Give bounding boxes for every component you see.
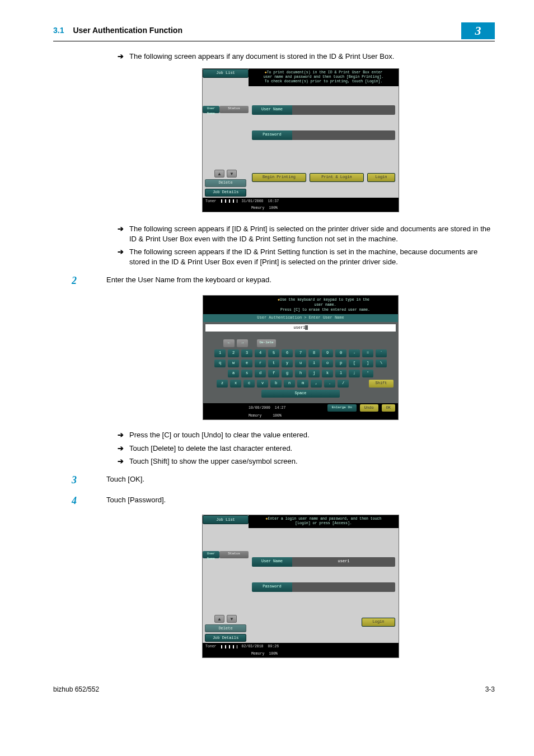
password-input[interactable] xyxy=(292,582,395,592)
key-z[interactable]: z xyxy=(217,380,228,388)
key-f[interactable]: f xyxy=(268,370,279,377)
shift-key[interactable]: Shift xyxy=(369,380,394,388)
key-a[interactable]: a xyxy=(228,370,239,377)
key-`[interactable]: ` xyxy=(376,349,387,357)
key-g[interactable]: g xyxy=(282,370,293,377)
key-m[interactable]: m xyxy=(297,380,308,388)
undo-button[interactable]: Undo xyxy=(360,404,378,412)
key-=[interactable]: = xyxy=(362,349,373,357)
key-c[interactable]: c xyxy=(243,380,255,388)
print-login-button[interactable]: Print & Login xyxy=(310,173,364,182)
arrow-icon: ➔ xyxy=(118,247,124,267)
key-\[interactable]: \ xyxy=(376,360,387,367)
space-key[interactable]: Space xyxy=(261,390,340,398)
delete-button[interactable]: Delete xyxy=(205,179,246,187)
status-tab[interactable]: Status xyxy=(219,106,249,113)
login-button[interactable]: Login xyxy=(367,173,395,182)
cursor-right-key[interactable]: → xyxy=(237,339,248,347)
hint-line-1: To print document(s) in the ID & Print U… xyxy=(267,71,383,74)
user-name-input[interactable] xyxy=(292,105,395,115)
job-details-button[interactable]: Job Details xyxy=(205,189,246,197)
job-details-button[interactable]: Job Details xyxy=(205,634,246,642)
arrow-icon: ➔ xyxy=(118,430,124,440)
enlarge-button[interactable]: Enlarge On xyxy=(327,404,357,411)
key-7[interactable]: 7 xyxy=(295,349,306,357)
password-input[interactable] xyxy=(292,130,395,140)
delete-key[interactable]: De-lete xyxy=(257,339,276,347)
kb-hint-3: Press [C] to erase the entered user name… xyxy=(280,308,370,312)
password-label: Password xyxy=(252,130,292,140)
screenshot-id-print-login: Job List User Name Status ▲ ▼ Delete Job… xyxy=(202,68,399,212)
status-tab[interactable]: Status xyxy=(219,551,249,558)
key-l[interactable]: l xyxy=(335,370,346,377)
key-d[interactable]: d xyxy=(255,370,266,377)
key-n[interactable]: n xyxy=(284,380,295,388)
user-name-input[interactable]: user1 xyxy=(292,557,395,567)
key-3[interactable]: 3 xyxy=(241,349,252,357)
key-j[interactable]: j xyxy=(308,370,320,377)
key-4[interactable]: 4 xyxy=(255,349,266,357)
intro-text: The following screen appears if any docu… xyxy=(129,52,394,62)
key-y[interactable]: y xyxy=(282,360,293,367)
down-arrow-button[interactable]: ▼ xyxy=(227,615,237,623)
bullet-text: Touch [Delete] to delete the last charac… xyxy=(129,444,292,454)
key-s[interactable]: s xyxy=(241,370,252,377)
bullet-text: The following screen appears if [ID & Pr… xyxy=(129,224,495,244)
user-name-tab[interactable]: User Name xyxy=(203,106,219,113)
key-,[interactable]: , xyxy=(311,380,322,388)
key-b[interactable]: b xyxy=(270,380,282,388)
key-row-a: asdfghjkl;' xyxy=(208,370,394,377)
key-6[interactable]: 6 xyxy=(282,349,293,357)
step-number-3: 3 xyxy=(72,473,106,487)
key-row-q: qwertyuiop[]\ xyxy=(208,360,394,367)
key-2[interactable]: 2 xyxy=(228,349,239,357)
key-e[interactable]: e xyxy=(241,360,252,367)
step-2-text: Enter the User Name from the keyboard or… xyxy=(106,274,495,288)
key-5[interactable]: 5 xyxy=(268,349,279,357)
key-[[interactable]: [ xyxy=(349,360,360,367)
key-row-z: zxcvbnm,./ xyxy=(217,380,349,388)
up-arrow-button[interactable]: ▲ xyxy=(214,170,224,178)
delete-button[interactable]: Delete xyxy=(205,624,246,632)
key-0[interactable]: 0 xyxy=(335,349,346,357)
key-t[interactable]: t xyxy=(268,360,279,367)
status-time: 09:26 xyxy=(268,644,279,649)
key-p[interactable]: p xyxy=(335,360,346,367)
step-4-text: Touch [Password]. xyxy=(106,494,495,508)
login-button[interactable]: Login xyxy=(362,618,395,627)
key-'[interactable]: ' xyxy=(362,370,373,377)
arrow-icon: ➔ xyxy=(118,224,124,244)
key-8[interactable]: 8 xyxy=(308,349,320,357)
bullet-text: Press the [C] or touch [Undo] to clear t… xyxy=(129,430,310,440)
begin-printing-button[interactable]: Begin Printing xyxy=(252,173,306,182)
toner-bar-icon xyxy=(218,199,237,203)
user-name-tab[interactable]: User Name xyxy=(203,551,219,558)
keyboard-input[interactable]: user1 xyxy=(205,324,396,332)
up-arrow-button[interactable]: ▲ xyxy=(214,615,224,623)
hint-line-3: To check document(s) prior to printing, … xyxy=(265,80,383,83)
key-.[interactable]: . xyxy=(324,380,335,388)
key-o[interactable]: o xyxy=(322,360,333,367)
job-list-button[interactable]: Job List xyxy=(203,69,249,78)
key-h[interactable]: h xyxy=(295,370,306,377)
key-1[interactable]: 1 xyxy=(214,349,226,357)
key-][interactable]: ] xyxy=(362,360,373,367)
job-list-button[interactable]: Job List xyxy=(203,515,249,524)
key-x[interactable]: x xyxy=(230,380,241,388)
key-u[interactable]: u xyxy=(295,360,306,367)
ok-button[interactable]: OK xyxy=(382,404,395,412)
key-/[interactable]: / xyxy=(338,380,349,388)
key-q[interactable]: q xyxy=(214,360,226,367)
down-arrow-button[interactable]: ▼ xyxy=(227,170,237,178)
footer-right: 3-3 xyxy=(485,685,495,694)
cursor-left-key[interactable]: ← xyxy=(223,339,235,347)
key-i[interactable]: i xyxy=(308,360,320,367)
key-9[interactable]: 9 xyxy=(322,349,333,357)
key-r[interactable]: r xyxy=(255,360,266,367)
key-v[interactable]: v xyxy=(257,380,268,388)
step-3-text: Touch [OK]. xyxy=(106,473,495,487)
key--[interactable]: - xyxy=(349,349,360,357)
key-k[interactable]: k xyxy=(322,370,333,377)
key-;[interactable]: ; xyxy=(349,370,360,377)
key-w[interactable]: w xyxy=(228,360,239,367)
